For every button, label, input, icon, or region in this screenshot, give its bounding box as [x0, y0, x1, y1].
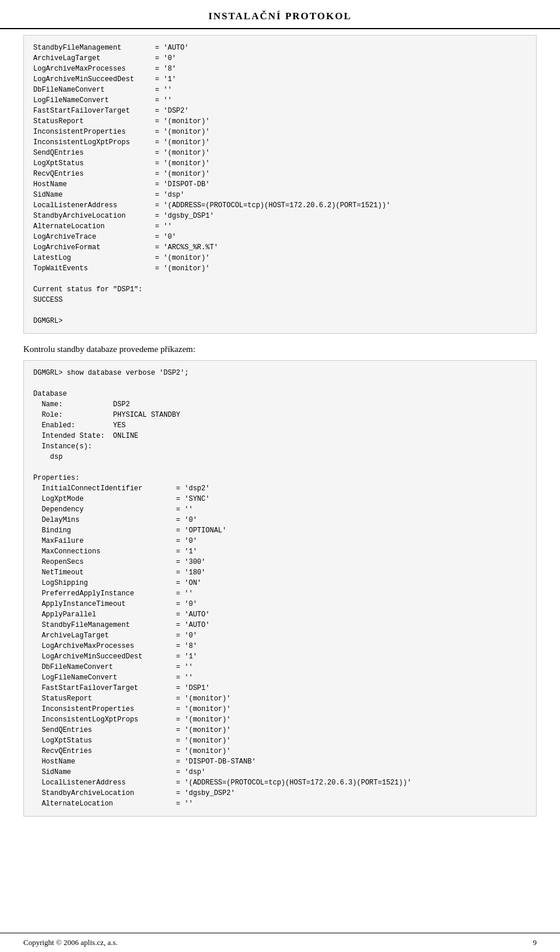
- code-block-2: DGMGRL> show database verbose 'DSP2'; Da…: [23, 360, 537, 817]
- page-footer: Copyright © 2006 aplis.cz, a.s. 9: [0, 933, 560, 952]
- footer-page-number: 9: [533, 938, 537, 947]
- page-title: INSTALAČNÍ PROTOKOL: [208, 11, 352, 22]
- section2-heading: Kontrolu standby databaze provedeme přík…: [23, 344, 537, 354]
- footer-copyright: Copyright © 2006 aplis.cz, a.s.: [23, 938, 118, 947]
- content-area: StandbyFileManagement = 'AUTO' ArchiveLa…: [0, 29, 560, 861]
- page-header: INSTALAČNÍ PROTOKOL: [0, 0, 560, 29]
- code-block-1: StandbyFileManagement = 'AUTO' ArchiveLa…: [23, 35, 537, 334]
